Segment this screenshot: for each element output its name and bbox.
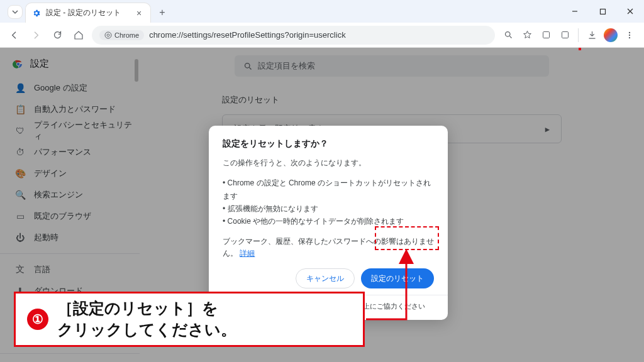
cancel-button[interactable]: キャンセル: [296, 268, 355, 288]
kebab-menu-button[interactable]: [621, 27, 638, 43]
svg-line-7: [509, 36, 511, 38]
home-button[interactable]: [70, 27, 87, 43]
svg-point-12: [629, 36, 630, 38]
dialog-bullet: Cookie や他の一時的なサイトデータが削除されます: [223, 215, 434, 228]
reset-confirm-button[interactable]: 設定のリセット: [361, 268, 434, 288]
downloads-button[interactable]: [584, 27, 600, 43]
titlebar: 設定 - 設定のリセット × +: [0, 0, 644, 23]
ext-icon-2[interactable]: [557, 27, 573, 43]
browser-tab[interactable]: 設定 - 設定のリセット ×: [25, 3, 151, 23]
svg-rect-9: [562, 32, 568, 38]
address-bar[interactable]: Chrome chrome://settings/resetProfileSet…: [92, 26, 495, 45]
details-link[interactable]: 詳細: [240, 249, 255, 258]
forward-button[interactable]: [28, 27, 44, 43]
bookmark-button[interactable]: [519, 27, 535, 43]
ext-icon-1[interactable]: [538, 27, 554, 43]
close-button[interactable]: [616, 0, 644, 23]
chevron-down-icon: [12, 9, 18, 15]
dialog-bullet-list: Chrome の設定と Chrome のショートカットがリセットされます 拡張機…: [223, 177, 434, 228]
tab-strip: 設定 - 設定のリセット × +: [0, 0, 171, 23]
profile-avatar[interactable]: [602, 27, 619, 43]
new-tab-button[interactable]: +: [153, 4, 171, 21]
url-text: chrome://settings/resetProfileSettings?o…: [149, 30, 346, 40]
window-controls: [561, 0, 644, 23]
svg-point-6: [505, 32, 510, 37]
annotation-text: ［設定のリセット］を クリックしてください。: [57, 298, 236, 341]
back-button[interactable]: [6, 27, 23, 43]
reset-settings-dialog: 設定をリセットしますか？ この操作を行うと、次のようになります。 Chrome …: [209, 126, 448, 320]
dialog-bullet: Chrome の設定と Chrome のショートカットがリセットされます: [223, 177, 434, 202]
search-shortcut-icon[interactable]: [500, 27, 516, 43]
svg-point-4: [105, 32, 111, 38]
annotation-number: ①: [27, 309, 48, 330]
svg-rect-8: [543, 32, 549, 38]
reload-button[interactable]: [49, 27, 65, 43]
svg-point-5: [107, 34, 109, 36]
dialog-title: 設定をリセットしますか？: [223, 138, 434, 150]
tab-search-button[interactable]: [8, 5, 23, 19]
gear-icon: [32, 9, 41, 18]
scheme-chip: Chrome: [99, 30, 144, 40]
tab-close-button[interactable]: ×: [134, 8, 144, 18]
minimize-button[interactable]: [561, 0, 589, 23]
svg-point-10: [629, 31, 630, 33]
maximize-button[interactable]: [589, 0, 616, 23]
chrome-icon: [104, 31, 112, 39]
tab-title: 設定 - 設定のリセット: [46, 8, 121, 18]
svg-point-11: [629, 34, 630, 35]
svg-rect-1: [600, 9, 605, 14]
dialog-note: ブックマーク、履歴、保存したパスワードへの影響はありません。 詳細: [223, 236, 434, 260]
dialog-intro: この操作を行うと、次のようになります。: [223, 157, 434, 169]
dialog-bullet: 拡張機能が無効になります: [223, 202, 434, 215]
browser-toolbar: Chrome chrome://settings/resetProfileSet…: [0, 23, 644, 48]
annotation-callout: ① ［設定のリセット］を クリックしてください。: [14, 292, 365, 347]
